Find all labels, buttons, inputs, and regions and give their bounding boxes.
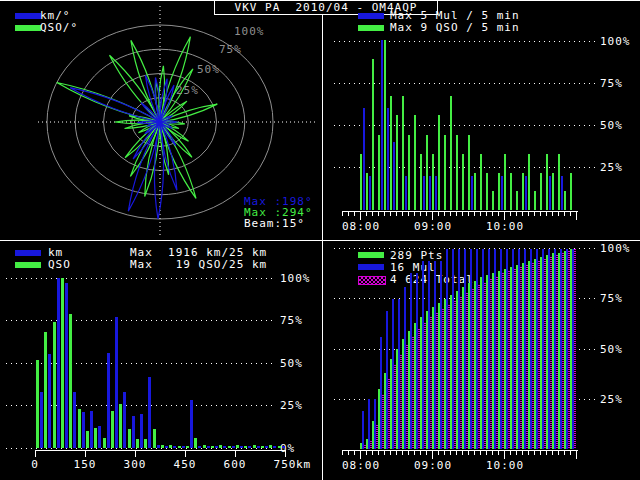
rate-bar-blue [405,176,407,210]
rate-bar-green [390,96,392,210]
dist-bar-green [228,446,231,448]
rate-bar-blue [549,176,551,210]
cum-minor-tick [534,451,535,455]
dist-gridline [6,448,276,449]
dist-bar-green [94,428,97,448]
cum-x-tick-label: 08:00 [342,460,378,471]
dist-major-tick [185,451,186,457]
rate-minor-tick [366,212,367,216]
cum-minor-tick [414,451,415,455]
dist-bar-blue [273,446,276,448]
rate-bar-green [414,115,416,210]
distance-panel: km QSO Max 1916 km/25 km Max 19 QSO/25 k… [0,241,322,480]
rate-bar-blue [435,176,437,210]
rate-minor-tick [456,212,457,216]
rate-minor-tick [528,212,529,216]
dist-x-tick-label: 150 [70,459,100,470]
dist-bar-green [169,445,172,448]
cum-minor-tick [492,451,493,455]
dist-major-tick [135,451,136,457]
dist-bar-blue [257,446,260,448]
rate-bar-green [534,191,536,210]
max-qso-per-bin-label: Max 19 QSO/25 km [130,259,267,270]
rate-minor-tick [468,212,469,216]
cumulative-panel: 289 Pts 16 Mul 4 624 Total 100%75%50%25%… [323,241,640,480]
cum-y-tick-label: 25% [600,394,623,405]
dist-bar-blue [207,446,210,448]
cum-hour-tick [360,451,361,459]
cum-bar-magenta [382,395,384,449]
dist-bar-blue [165,446,168,448]
rate-bar-green [426,135,428,210]
rate-minor-tick [558,212,559,216]
dist-bar-blue [265,446,268,448]
cum-minor-tick [396,451,397,455]
dist-bar-green [261,446,264,448]
rate-bar-green [546,154,548,210]
dist-bar-green [244,446,247,448]
cum-minor-tick [378,451,379,455]
rate-bar-blue [369,176,371,210]
dist-bar-blue [132,416,135,448]
rate-minor-tick [522,212,523,216]
dist-bar-green [119,404,122,448]
dist-bar-blue [223,446,226,448]
dist-bar-blue [90,411,93,448]
dist-bar-green [236,445,239,448]
rate-panel: Max 5 Mul / 5 min Max 9 QSO / 5 min 100%… [323,0,640,240]
cum-bar-magenta [502,273,504,449]
qso-rate-legend-label: Max 9 QSO / 5 min [390,22,520,33]
rate-minor-tick [570,212,571,216]
cum-minor-tick [456,451,457,455]
dist-bar-green [194,438,197,448]
cum-minor-tick [522,451,523,455]
rate-bar-green [384,40,386,210]
dist-bar-blue [148,377,151,448]
cum-minor-tick [510,451,511,455]
rate-bar-green [564,191,566,210]
cum-bar-magenta [568,251,570,449]
rate-bar-green [474,173,476,210]
cum-bar-magenta [442,309,444,449]
cum-y-tick-label: 75% [600,293,623,304]
cum-minor-tick [438,451,439,455]
dist-bar-green [211,446,214,448]
rate-y-tick-label: 100% [600,36,631,47]
rate-minor-tick [462,212,463,216]
rate-bar-blue [393,142,395,210]
rate-x-tick-label: 09:00 [414,221,450,232]
cum-minor-tick [528,451,529,455]
cum-bar-magenta [478,285,480,449]
cum-bar-magenta [418,329,420,449]
cum-minor-tick [540,451,541,455]
dist-bar-blue [182,446,185,448]
dist-bar-blue [98,426,101,448]
cum-x-tick-label: 10:00 [486,460,522,471]
rate-bar-green [528,154,530,210]
rate-bar-green [570,173,572,210]
dist-y-tick-label: 0% [280,443,295,454]
pts-legend-swatch [358,252,384,258]
cum-bar-magenta [550,257,552,449]
polar-lobe-green [160,122,196,198]
cum-bar-magenta [436,313,438,449]
dist-x-tick-label: 600 [220,459,250,470]
cum-bar-magenta [370,441,372,449]
rate-bar-green [420,154,422,210]
cum-bar-magenta [574,249,576,449]
cum-bar-magenta [376,425,378,449]
dist-y-tick-label: 25% [280,400,303,411]
cum-minor-tick [546,451,547,455]
dist-bar-blue [198,446,201,448]
cum-minor-tick [498,451,499,455]
rate-y-tick-label: 75% [600,78,623,89]
cum-bar-magenta [472,289,474,449]
km-legend-swatch [15,13,41,19]
dist-bar-green [219,445,222,448]
dist-bar-blue [140,414,143,448]
rate-hour-tick [360,212,361,220]
rate-minor-tick [390,212,391,216]
dist-x-tick-label: 300 [120,459,150,470]
rate-minor-tick [372,212,373,216]
dist-y-tick-label: 75% [280,315,303,326]
